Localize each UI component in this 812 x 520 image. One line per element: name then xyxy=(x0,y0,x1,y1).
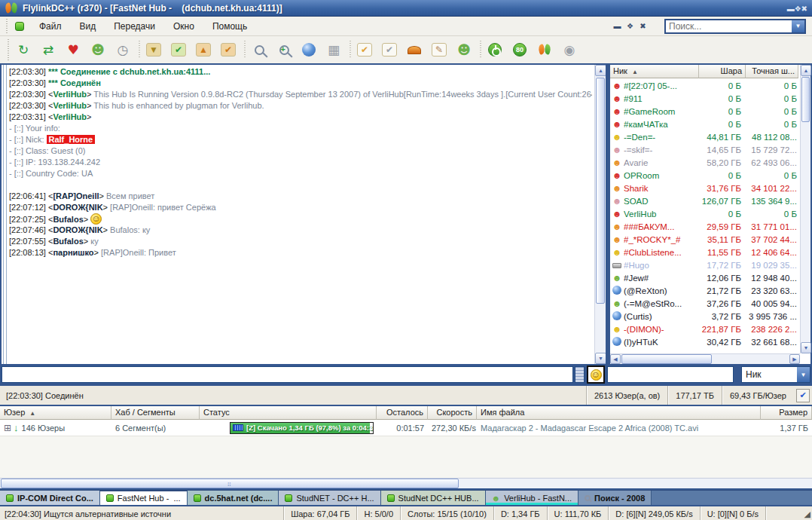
user-row[interactable]: ☻#9110 Б0 Б xyxy=(610,92,800,105)
user-row[interactable]: ☻Sharik31,76 ГБ34 101 22... xyxy=(610,182,800,194)
chat-message-input[interactable] xyxy=(2,366,573,383)
user-row[interactable]: ☻-(DIMON)-221,87 ГБ238 226 2... xyxy=(610,323,800,335)
transfers-column-3[interactable]: Осталось xyxy=(377,406,428,420)
user-row[interactable]: ☻-=Den=-44,81 ГБ48 112 08... xyxy=(610,130,800,143)
chat-scroll-up-icon[interactable]: ▲ xyxy=(595,65,606,76)
expand-icon[interactable]: ⊞ xyxy=(4,423,11,433)
transfer-row[interactable]: ⊞↓146 Юзеры6 Сегмент(ы)[Z] Скачано 1,34 … xyxy=(0,420,812,436)
emoticon-button[interactable]: ☺ xyxy=(587,366,605,384)
chat-scroll-thumb[interactable] xyxy=(596,78,605,304)
menu-item-transfers[interactable]: Передачи xyxy=(105,18,164,35)
titlebar[interactable]: FlylinkDC++ (r370) - [FastNet Hub - (dch… xyxy=(0,0,812,17)
mdi-minimize-button[interactable]: ▬ xyxy=(611,22,624,30)
chat-scroll-down-icon[interactable]: ▼ xyxy=(595,353,606,364)
power-button[interactable] xyxy=(484,39,506,60)
user-row[interactable]: ☻#_*ROCKY*_#35,11 ГБ37 702 44... xyxy=(610,233,800,246)
user-row[interactable]: ☻#GameRoom0 Б0 Б xyxy=(610,105,800,118)
clipboard-check-2-button[interactable]: ✔ xyxy=(378,39,401,60)
userlist-vscroll-thumb[interactable] xyxy=(801,77,810,122)
finished-uploads-button[interactable]: ✔ xyxy=(217,39,240,60)
mdi-close-button[interactable]: ✖ xyxy=(636,22,649,30)
userlist-hscroll-thumb[interactable] xyxy=(621,354,712,364)
chat-panel[interactable]: [22:03:30] *** Соединение с dchub.net.kh… xyxy=(2,65,606,364)
filter-dropdown-arrow-icon[interactable]: ▼ xyxy=(797,367,810,382)
userlist-vertical-scrollbar[interactable]: ▲ ▼ xyxy=(800,65,810,353)
flylink-wings-button[interactable] xyxy=(533,39,556,60)
tab-studnet-dc[interactable]: StudNET - DC++ H... xyxy=(279,491,380,505)
minimize-button[interactable]: ▬ xyxy=(787,5,795,13)
tab-search-2008[interactable]: Поиск - 2008 xyxy=(578,491,652,505)
transfers-column-0[interactable]: Юзер▲ xyxy=(0,406,111,420)
userlist-scroll-left-icon[interactable]: ◀ xyxy=(610,354,621,364)
user-row[interactable]: ☻Avarie58,20 ГБ62 493 06... xyxy=(610,156,800,169)
menu-item-file[interactable]: Файл xyxy=(30,18,71,35)
hub-window-icon[interactable] xyxy=(15,22,24,31)
user-row[interactable]: ☻#Jew#12,06 ГБ12 948 40... xyxy=(610,271,800,284)
transfers-column-6[interactable]: Размер xyxy=(761,406,812,420)
userlist-column-2[interactable]: Точная ш... xyxy=(746,65,798,78)
resize-grip-icon[interactable]: ◢ xyxy=(800,509,812,519)
userlist-scroll-up-icon[interactable]: ▲ xyxy=(801,65,811,76)
follow-redirect-button[interactable]: ⇄ xyxy=(37,39,60,60)
user-row[interactable]: ☻SOAD126,07 ГБ135 364 9... xyxy=(610,194,800,207)
transfers-column-1[interactable]: Хаб / Сегменты xyxy=(111,406,200,420)
menu-item-view[interactable]: Вид xyxy=(71,18,105,35)
user-row[interactable]: ☻(-=M@eStRo...37,26 ГБ40 005 94... xyxy=(610,297,800,310)
nick-filter-input[interactable] xyxy=(607,366,734,383)
user-row[interactable]: ☻#ClubListene...11,55 ГБ12 406 64... xyxy=(610,246,800,258)
menu-item-window[interactable]: Окно xyxy=(164,18,203,35)
adl-search-button[interactable] xyxy=(273,39,295,60)
finished-downloads-button[interactable]: ✔ xyxy=(167,39,190,60)
user-row[interactable]: ☻VerliHub0 Б0 Б xyxy=(610,207,800,220)
toolbar-grip[interactable] xyxy=(6,19,8,34)
user-row[interactable]: #Hugo17,72 ГБ19 029 35... xyxy=(610,258,800,271)
transfers-hscroll-thumb[interactable]: ⁞⁞ xyxy=(1,479,459,488)
tab-studnet-hub[interactable]: StudNet DC++ HUB... xyxy=(381,491,486,505)
restore-button[interactable]: ❖ xyxy=(795,5,801,13)
transfer-user-cell[interactable]: ⊞↓146 Юзеры xyxy=(0,422,111,433)
search-button[interactable] xyxy=(248,39,270,60)
userlist-column-0[interactable]: Ник▲ xyxy=(610,65,699,78)
settings-hat-button[interactable] xyxy=(403,39,426,60)
favorite-users-button[interactable]: ☻ xyxy=(87,39,109,60)
user-row[interactable]: ☻#[22:07] 05-...0 Б0 Б xyxy=(610,79,800,92)
user-row[interactable]: (@ReXton)21,72 ГБ23 320 63... xyxy=(610,284,800,297)
user-row[interactable]: ☻#камЧАТка0 Б0 Б xyxy=(610,118,800,130)
recent-hubs-button[interactable]: ◷ xyxy=(111,39,134,60)
userlist-horizontal-scrollbar[interactable]: ◀ ▶ xyxy=(610,353,800,364)
speed-limit-80-button[interactable]: 80 xyxy=(508,39,531,60)
search-dropdown-arrow-icon[interactable]: ▼ xyxy=(792,20,804,32)
clipboard-check-button[interactable]: ✔ xyxy=(353,39,376,60)
menu-item-help[interactable]: Помощь xyxy=(203,18,256,35)
input-history-button[interactable] xyxy=(575,366,585,383)
download-queue-button[interactable]: ▼ xyxy=(142,39,165,60)
sound-button[interactable]: ◉ xyxy=(558,39,581,60)
userlist-scroll-right-icon[interactable]: ▶ xyxy=(789,354,800,364)
favorite-hubs-button[interactable]: ♥ xyxy=(62,39,84,60)
mdi-restore-button[interactable]: ❖ xyxy=(624,22,636,30)
transfers-horizontal-scrollbar[interactable]: ⁞⁞ xyxy=(0,478,812,488)
transfers-column-4[interactable]: Скорость xyxy=(428,406,477,420)
tab-dc5hat[interactable]: dc.5hat.net (dc.... xyxy=(188,491,279,505)
user-row[interactable]: ☻OPRoom0 Б0 Б xyxy=(610,169,800,182)
reconnect-button[interactable]: ↻ xyxy=(12,39,35,60)
notepad-button[interactable]: ▦ xyxy=(322,39,345,60)
quick-search-input[interactable] xyxy=(666,20,792,32)
user-row[interactable]: ☻-=skif=-14,65 ГБ15 729 72... xyxy=(610,143,800,156)
notepad-edit-button[interactable]: ✎ xyxy=(428,39,450,60)
user-profile-button[interactable]: ☻ xyxy=(453,39,475,60)
transfers-column-2[interactable]: Статус xyxy=(200,406,377,420)
user-row[interactable]: ☻###БАКУМ...29,59 ГБ31 771 01... xyxy=(610,220,800,233)
close-button[interactable]: ✖ xyxy=(801,5,807,13)
chat-vertical-scrollbar[interactable]: ▲ ▼ xyxy=(594,65,606,364)
user-row[interactable]: (Curtis)3,72 ГБ3 995 736 ... xyxy=(610,310,800,323)
hub-status-check-icon[interactable]: ✔ xyxy=(796,389,810,402)
user-row[interactable]: (I)yHTuK30,42 ГБ32 661 68... xyxy=(610,335,800,348)
upload-queue-button[interactable]: ▲ xyxy=(192,39,215,60)
userlist-scroll-down-icon[interactable]: ▼ xyxy=(801,342,811,353)
search-spy-button[interactable] xyxy=(298,39,320,60)
filter-column-combo[interactable]: Ник ▼ xyxy=(741,366,810,383)
transfers-column-5[interactable]: Имя файла xyxy=(477,406,761,420)
tab-ipcom-direct[interactable]: IP-COM Direct Co... xyxy=(0,491,100,505)
tab-verlihub[interactable]: ☻VerliHub - FastN... xyxy=(486,491,578,505)
